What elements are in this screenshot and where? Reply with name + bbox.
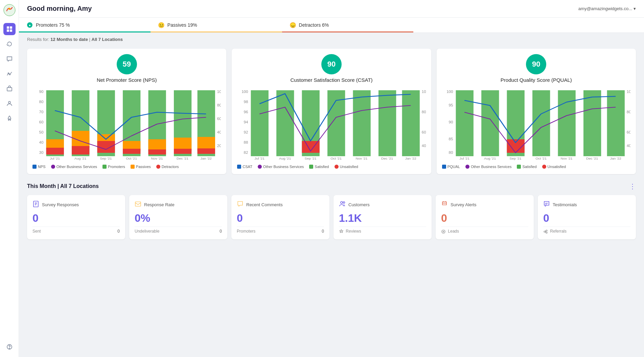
svg-rect-37 bbox=[72, 131, 89, 148]
svg-text:92: 92 bbox=[244, 130, 248, 134]
svg-text:100: 100 bbox=[217, 90, 221, 94]
sidebar-item-dashboard[interactable] bbox=[3, 23, 16, 35]
section-title: This Month | All 7 Locations bbox=[27, 183, 99, 189]
svg-text:80: 80 bbox=[422, 110, 426, 114]
svg-text:95: 95 bbox=[448, 103, 453, 107]
sidebar-item-briefcase[interactable] bbox=[3, 82, 16, 95]
legend-unsatisfied: Unsatisfied bbox=[335, 165, 358, 169]
svg-text:Dec '21: Dec '21 bbox=[586, 157, 598, 160]
svg-text:94: 94 bbox=[244, 120, 248, 124]
promoters-sub-value: 0 bbox=[322, 229, 324, 234]
legend-csat-other: Other Business Services bbox=[258, 165, 304, 169]
customers-value: 1.1K bbox=[339, 212, 426, 224]
svg-rect-53 bbox=[198, 148, 215, 154]
svg-text:Sep '21: Sep '21 bbox=[509, 157, 521, 160]
legend-pqual-unsatisfied: Unsatisfied bbox=[542, 165, 566, 169]
response-rate-card: Response Rate 0% Undeliverable 0 bbox=[129, 195, 227, 239]
svg-rect-5 bbox=[10, 29, 12, 32]
survey-responses-icon bbox=[32, 200, 39, 209]
svg-rect-2 bbox=[7, 26, 9, 29]
filter-bar: Results for: 12 Months to date | All 7 L… bbox=[27, 33, 636, 46]
section-menu-button[interactable]: ⋮ bbox=[629, 182, 636, 190]
sidebar-item-help[interactable] bbox=[3, 341, 16, 353]
filter-text: Results for: bbox=[27, 37, 50, 42]
legend-pqual-other: Other Business Services bbox=[465, 165, 511, 169]
svg-point-7 bbox=[9, 74, 10, 75]
passives-label: Passives 19% bbox=[167, 22, 197, 28]
svg-point-114 bbox=[343, 202, 345, 204]
svg-rect-46 bbox=[148, 139, 166, 151]
svg-text:Dec '21: Dec '21 bbox=[177, 157, 188, 160]
svg-text:80: 80 bbox=[448, 151, 453, 154]
svg-text:30: 30 bbox=[39, 151, 44, 154]
tab-passives[interactable]: 😐 Passives 19% bbox=[151, 18, 282, 32]
app-logo[interactable] bbox=[3, 4, 16, 16]
referrals-icon-label: Referrals bbox=[543, 229, 567, 234]
svg-text:60: 60 bbox=[217, 117, 221, 121]
sidebar-item-refresh[interactable] bbox=[3, 38, 16, 50]
survey-alerts-header: Survey Alerts bbox=[441, 200, 528, 209]
svg-text:100: 100 bbox=[446, 90, 453, 94]
svg-point-117 bbox=[546, 230, 547, 231]
svg-rect-47 bbox=[148, 149, 166, 154]
csat-chart-card: 90 Customer Satisfaction Score (CSAT) 10… bbox=[232, 49, 431, 174]
legend-satisfied: Satisfied bbox=[309, 165, 329, 169]
svg-text:40: 40 bbox=[217, 130, 221, 134]
svg-rect-38 bbox=[72, 146, 89, 154]
svg-rect-4 bbox=[7, 29, 9, 32]
testimonials-label: Testimonials bbox=[553, 202, 577, 207]
svg-point-6 bbox=[8, 73, 9, 74]
svg-point-113 bbox=[341, 201, 343, 204]
survey-alerts-value: 0 bbox=[441, 212, 528, 224]
nps-chart-area: 90 80 70 60 50 40 30 100 80 60 40 20 bbox=[32, 87, 221, 161]
svg-text:Aug '21: Aug '21 bbox=[279, 157, 291, 160]
sidebar-item-users[interactable] bbox=[3, 97, 16, 110]
tab-detractors[interactable]: 😞 Detractors 6% bbox=[282, 18, 414, 32]
sidebar-item-rocket[interactable] bbox=[3, 112, 16, 124]
svg-point-11 bbox=[9, 348, 10, 349]
reviews-icon-label: Reviews bbox=[339, 229, 361, 234]
tab-promoters[interactable]: ● Promoters 75 % bbox=[19, 18, 151, 32]
csat-title: Customer Satisfaction Score (CSAT) bbox=[237, 77, 426, 83]
svg-text:Jan '22: Jan '22 bbox=[610, 157, 621, 160]
svg-text:Jul '21: Jul '21 bbox=[459, 157, 469, 160]
svg-text:Aug '21: Aug '21 bbox=[484, 157, 496, 160]
svg-text:90: 90 bbox=[448, 120, 453, 124]
svg-point-118 bbox=[546, 232, 547, 233]
survey-responses-label: Survey Responses bbox=[42, 202, 79, 207]
response-rate-icon bbox=[135, 200, 141, 209]
svg-text:Sep '21: Sep '21 bbox=[100, 157, 112, 160]
customers-card: Customers 1.1K Reviews bbox=[334, 195, 432, 239]
metric-cards-grid: Survey Responses 0 Sent 0 Response Rate … bbox=[27, 195, 636, 239]
sidebar-item-comments[interactable] bbox=[3, 53, 16, 65]
svg-text:40: 40 bbox=[626, 144, 630, 148]
legend-pqual: PQUAL bbox=[442, 165, 460, 169]
nps-title: Net Promoter Score (NPS) bbox=[32, 77, 221, 83]
svg-text:Jul '21: Jul '21 bbox=[255, 157, 265, 160]
recent-comments-card: Recent Comments 0 Promoters 0 bbox=[231, 195, 329, 239]
survey-alerts-sub: Leads bbox=[441, 227, 528, 234]
svg-text:80: 80 bbox=[217, 103, 221, 107]
svg-text:40: 40 bbox=[39, 141, 44, 144]
svg-rect-79 bbox=[402, 90, 420, 156]
legend-nps: NPS bbox=[32, 165, 46, 169]
user-menu[interactable]: amy@amazingwidgets.co... ▾ bbox=[578, 6, 636, 11]
csat-legend: CSAT Other Business Services Satisfied U… bbox=[237, 165, 426, 169]
svg-rect-101 bbox=[558, 90, 575, 156]
testimonials-value: 0 bbox=[543, 212, 630, 224]
pqual-chart-card: 90 Product Quality Score (PQUAL) 100 95 … bbox=[437, 49, 636, 174]
svg-point-9 bbox=[8, 101, 10, 103]
svg-rect-100 bbox=[532, 90, 550, 156]
survey-alerts-label: Survey Alerts bbox=[451, 202, 477, 207]
svg-rect-72 bbox=[251, 90, 269, 156]
passives-dot: 😐 bbox=[159, 22, 164, 28]
svg-text:60: 60 bbox=[39, 120, 44, 124]
sidebar-item-analytics[interactable] bbox=[3, 68, 16, 80]
legend-pqual-satisfied: Satisfied bbox=[517, 165, 536, 169]
svg-text:Aug '21: Aug '21 bbox=[74, 157, 86, 160]
sent-label: Sent bbox=[32, 229, 41, 234]
svg-text:90: 90 bbox=[39, 90, 44, 94]
score-tabs: ● Promoters 75 % 😐 Passives 19% 😞 Detrac… bbox=[19, 18, 644, 33]
svg-text:50: 50 bbox=[39, 130, 44, 134]
pqual-score: 90 bbox=[526, 54, 546, 74]
